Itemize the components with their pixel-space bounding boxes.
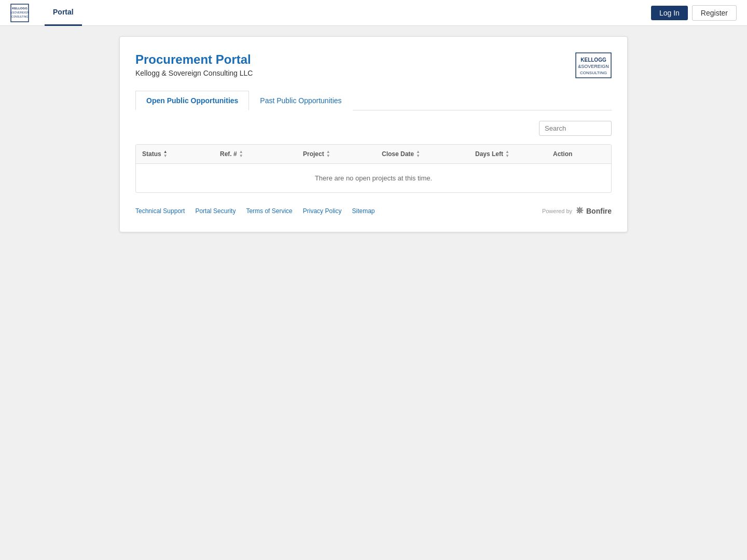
table-header: Status ▲ ▼ Ref. # ▲ ▼ Project <box>136 145 611 164</box>
search-row <box>135 121 612 136</box>
footer-link-technical-support[interactable]: Technical Support <box>135 207 185 215</box>
footer-links: Technical Support Portal Security Terms … <box>135 207 375 215</box>
tabs-container: Open Public Opportunities Past Public Op… <box>135 91 612 110</box>
footer-link-sitemap[interactable]: Sitemap <box>352 207 375 215</box>
svg-text:KELLOGG: KELLOGG <box>12 7 27 10</box>
footer-link-privacy[interactable]: Privacy Policy <box>303 207 342 215</box>
topnav-actions: Log In Register <box>651 5 737 21</box>
register-button[interactable]: Register <box>692 5 737 21</box>
col-status-sort[interactable]: ▲ ▼ <box>163 150 168 158</box>
svg-text:&SOVEREIGN: &SOVEREIGN <box>10 11 29 14</box>
portal-title: Procurement Portal <box>135 52 253 67</box>
col-action-label: Action <box>553 150 572 158</box>
tab-past-opportunities[interactable]: Past Public Opportunities <box>249 91 352 110</box>
portal-header: Procurement Portal Kellogg & Sovereign C… <box>135 52 612 78</box>
col-ref-label: Ref. # <box>220 150 237 158</box>
col-project-label: Project <box>303 150 324 158</box>
col-ref-sort[interactable]: ▲ ▼ <box>239 150 243 158</box>
col-close-date-sort[interactable]: ▲ ▼ <box>416 150 420 158</box>
powered-by: Powered by ⛯ Bonfire <box>542 205 612 216</box>
col-status[interactable]: Status ▲ ▼ <box>142 150 220 158</box>
bonfire-icon: ⛯ <box>575 205 585 216</box>
col-days-left[interactable]: Days Left ▲ ▼ <box>475 150 553 158</box>
col-project-sort[interactable]: ▲ ▼ <box>326 150 330 158</box>
search-input[interactable] <box>539 121 612 136</box>
col-days-left-label: Days Left <box>475 150 503 158</box>
nav-links: Portal <box>45 0 651 26</box>
svg-text:CONSULTING: CONSULTING <box>11 15 29 18</box>
portal-logo: KELLOGG &SOVEREIGN CONSULTING <box>575 52 612 78</box>
svg-text:&SOVEREIGN: &SOVEREIGN <box>578 64 609 69</box>
empty-message: There are no open projects at this time. <box>136 164 611 192</box>
topnav: KELLOGG &SOVEREIGN CONSULTING Portal Log… <box>0 0 747 26</box>
opportunities-table: Status ▲ ▼ Ref. # ▲ ▼ Project <box>135 144 612 193</box>
footer-link-terms[interactable]: Terms of Service <box>246 207 292 215</box>
col-project[interactable]: Project ▲ ▼ <box>303 150 382 158</box>
portal-subtitle: Kellogg & Sovereign Consulting LLC <box>135 69 253 77</box>
col-close-date[interactable]: Close Date ▲ ▼ <box>382 150 475 158</box>
powered-by-label: Powered by <box>542 208 572 214</box>
logo: KELLOGG &SOVEREIGN CONSULTING <box>10 4 29 22</box>
portal-card: Procurement Portal Kellogg & Sovereign C… <box>119 36 628 232</box>
tab-open-opportunities[interactable]: Open Public Opportunities <box>135 91 249 110</box>
footer-link-portal-security[interactable]: Portal Security <box>195 207 236 215</box>
login-button[interactable]: Log In <box>651 6 688 20</box>
col-days-left-sort[interactable]: ▲ ▼ <box>505 150 509 158</box>
col-status-label: Status <box>142 150 161 158</box>
portal-title-block: Procurement Portal Kellogg & Sovereign C… <box>135 52 253 77</box>
bonfire-label: Bonfire <box>586 207 612 215</box>
main-wrapper: Procurement Portal Kellogg & Sovereign C… <box>0 26 747 243</box>
bonfire-logo: ⛯ Bonfire <box>575 205 612 216</box>
col-close-date-label: Close Date <box>382 150 414 158</box>
col-action: Action <box>553 150 605 158</box>
nav-item-portal[interactable]: Portal <box>45 0 82 26</box>
col-ref[interactable]: Ref. # ▲ ▼ <box>220 150 303 158</box>
svg-text:KELLOGG: KELLOGG <box>580 57 606 63</box>
portal-footer: Technical Support Portal Security Terms … <box>135 205 612 216</box>
svg-text:CONSULTING: CONSULTING <box>580 71 607 75</box>
